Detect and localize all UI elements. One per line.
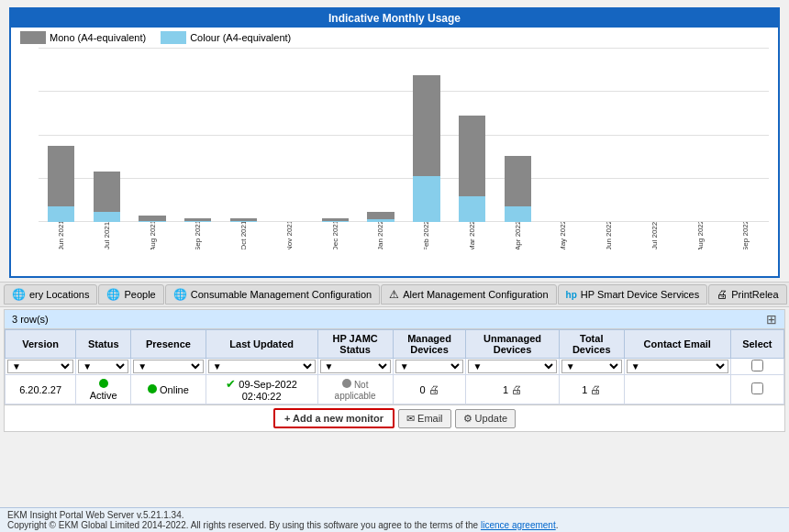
x-axis-label: Sep 2021 — [175, 222, 221, 249]
total-filter[interactable]: ▼ — [561, 360, 622, 373]
bar-stack — [495, 156, 540, 222]
bar-stack — [450, 116, 495, 222]
bar-group — [84, 57, 129, 222]
update-button[interactable]: ⚙ Update — [455, 409, 517, 428]
tab-ery-locations-label: ery Locations — [29, 289, 89, 300]
chart-legend: Mono (A4-equivalent) Colour (A4-equivale… — [11, 28, 778, 48]
col-managed: ManagedDevices — [393, 330, 466, 359]
presence-filter[interactable]: ▼ — [133, 360, 204, 373]
jamc-text: Notapplicable — [335, 380, 376, 401]
x-axis-label: Aug 2021 — [130, 222, 176, 249]
x-axis-label: Jun 2021 — [39, 222, 84, 249]
check-icon: ✔ — [226, 377, 236, 391]
unmanaged-filter[interactable]: ▼ — [468, 360, 556, 373]
filter-row: ▼ ▼ ▼ ▼ ▼ ▼ ▼ ▼ ▼ — [6, 359, 784, 375]
jamc-dot — [342, 379, 351, 388]
bar-group — [541, 57, 586, 222]
cell-contact-email — [624, 375, 730, 405]
bar-stack — [39, 146, 83, 222]
grid-line — [39, 48, 769, 49]
col-email: Contact Email — [624, 330, 730, 359]
tab-consumable[interactable]: 🌐 Consumable Management Configuration — [165, 284, 381, 305]
email-filter[interactable]: ▼ — [627, 360, 728, 373]
bar-colour — [48, 206, 74, 222]
tab-print[interactable]: 🖨 PrintRelea — [708, 284, 786, 305]
version-filter[interactable]: ▼ — [7, 360, 73, 373]
bar-mono — [48, 146, 74, 206]
tab-alert[interactable]: ⚠ Alert Management Configuration — [381, 284, 556, 305]
tab-consumable-label: Consumable Management Configuration — [191, 289, 372, 300]
footer-copyright: Copyright © EKM Global Limited 2014-2022… — [7, 520, 478, 530]
mono-swatch — [20, 31, 46, 44]
bar-group — [39, 57, 83, 222]
bar-group — [313, 57, 358, 222]
bar-group — [450, 57, 495, 222]
bar-group — [678, 57, 723, 222]
bar-group — [633, 57, 678, 222]
cell-select — [730, 375, 783, 405]
tab-alert-label: Alert Management Configuration — [403, 289, 548, 300]
cell-unmanaged: 1 🖨 — [466, 375, 559, 405]
cell-hp-jamc: Notapplicable — [317, 375, 393, 405]
table-section: 3 row(s) ⊞ Version Status Presence Last … — [4, 309, 785, 432]
email-button[interactable]: ✉ Email — [398, 409, 451, 428]
tab-people-label: People — [124, 289, 155, 300]
bar-mono — [94, 172, 120, 212]
x-axis-labels: Jun 2021Jul 2021Aug 2021Sep 2021Oct 2021… — [39, 222, 769, 249]
x-axis-label: Feb 2022 — [404, 222, 450, 249]
licence-link[interactable]: licence agreement — [481, 520, 556, 530]
managed-filter[interactable]: ▼ — [395, 360, 464, 373]
cell-presence: Online — [131, 375, 206, 405]
bar-mono — [367, 212, 394, 219]
bar-stack — [84, 172, 129, 222]
presence-text: Online — [160, 384, 189, 395]
globe-icon: 🌐 — [12, 288, 26, 301]
col-select: Select — [730, 330, 783, 359]
bar-colour — [94, 212, 120, 222]
table-row: 6.20.2.27 Active Online ✔ 09-Sep-202202:… — [6, 375, 784, 405]
updated-filter[interactable]: ▼ — [208, 360, 316, 373]
chart-container: Indicative Monthly Usage Mono (A4-equiva… — [9, 7, 780, 278]
people-globe-icon: 🌐 — [106, 288, 120, 301]
row-select-checkbox[interactable] — [751, 382, 763, 394]
bar-group — [587, 57, 632, 222]
bar-stack — [405, 75, 450, 222]
printer-icon-unmanaged: 🖨 — [511, 383, 522, 396]
colour-swatch — [161, 31, 186, 44]
x-axis-label: Jan 2022 — [358, 222, 404, 249]
bar-group — [175, 57, 220, 222]
presence-dot — [148, 384, 157, 393]
tab-people[interactable]: 🌐 People — [98, 284, 163, 305]
x-axis-label: Sep 2022 — [723, 222, 769, 249]
bar-group — [495, 57, 540, 222]
alert-icon: ⚠ — [389, 288, 399, 301]
bar-colour — [459, 196, 485, 222]
select-all-checkbox[interactable] — [751, 360, 763, 371]
col-version: Version — [6, 330, 76, 359]
grid-columns-icon[interactable]: ⊞ — [766, 312, 777, 327]
tab-hp-smart[interactable]: hp HP Smart Device Services — [558, 284, 708, 305]
status-filter[interactable]: ▼ — [78, 360, 128, 373]
action-row: + Add a new monitor ✉ Email ⚙ Update — [5, 405, 784, 431]
add-monitor-button[interactable]: + Add a new monitor — [273, 408, 394, 428]
status-active-dot — [99, 379, 108, 388]
x-axis-label: Nov 2021 — [267, 222, 313, 249]
jamc-filter[interactable]: ▼ — [320, 360, 391, 373]
chart-area: Jun 2021Jul 2021Aug 2021Sep 2021Oct 2021… — [39, 48, 769, 249]
tabs-bar: 🌐 ery Locations 🌐 People 🌐 Consumable Ma… — [0, 282, 789, 307]
hp-icon: hp — [566, 290, 577, 300]
col-unmanaged: UnmanagedDevices — [466, 330, 559, 359]
row-count-text: 3 row(s) — [12, 314, 49, 325]
bar-stack — [359, 212, 404, 222]
legend-colour-label: Colour (A4-equivalent) — [190, 32, 291, 43]
tab-ery-locations[interactable]: 🌐 ery Locations — [4, 284, 97, 305]
legend-mono-label: Mono (A4-equivalent) — [50, 32, 146, 43]
legend-colour-item: Colour (A4-equivalent) — [161, 31, 291, 44]
cell-managed: 0 🖨 — [393, 375, 466, 405]
bars-area — [39, 57, 769, 222]
cell-version: 6.20.2.27 — [6, 375, 76, 405]
x-axis-label: Jul 2022 — [632, 222, 678, 249]
x-axis-label: Dec 2021 — [313, 222, 359, 249]
bar-stack — [130, 216, 175, 222]
tab-print-label: PrintRelea — [731, 289, 778, 300]
